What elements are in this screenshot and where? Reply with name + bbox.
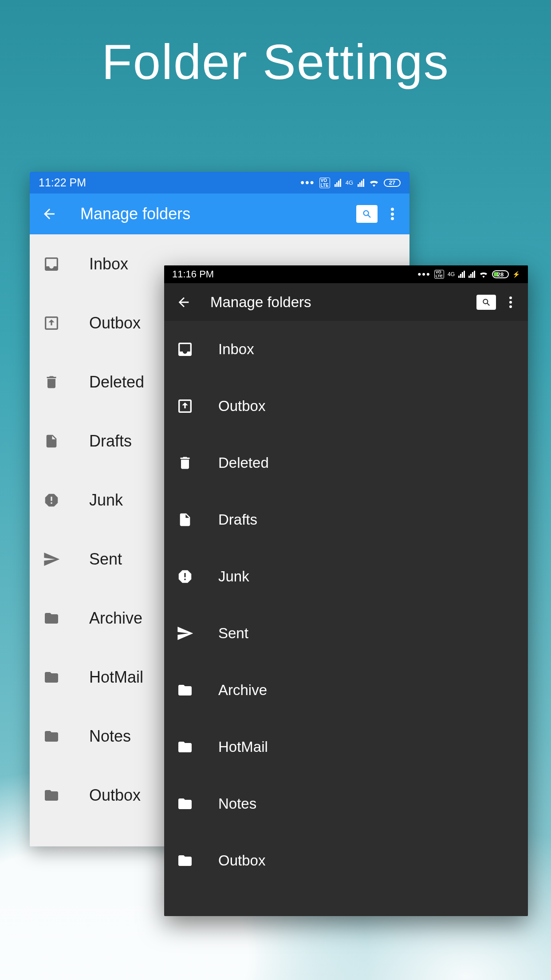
folder-item-inbox[interactable]: Inbox bbox=[164, 321, 528, 378]
folder-label: Deleted bbox=[89, 373, 144, 391]
status-bar-light: 11:22 PM ••• VOLTE 4G 27 bbox=[30, 172, 409, 194]
status-icons: ••• VOLTE 4G 27 bbox=[300, 176, 401, 189]
app-bar-light: Manage folders bbox=[30, 194, 409, 234]
folder-label: Inbox bbox=[89, 255, 128, 273]
folder-item-outbox[interactable]: Outbox bbox=[164, 832, 528, 889]
folder-item-deleted[interactable]: Deleted bbox=[164, 435, 528, 491]
folder-label: Outbox bbox=[218, 398, 265, 415]
folder-label: Sent bbox=[218, 625, 248, 642]
more-dots-icon: ••• bbox=[300, 176, 315, 189]
search-folders-button[interactable] bbox=[476, 295, 496, 310]
volte-icon: VOLTE bbox=[319, 178, 330, 188]
folder-label: Deleted bbox=[218, 454, 269, 471]
junk-icon bbox=[175, 568, 195, 585]
back-button[interactable] bbox=[40, 205, 58, 223]
more-menu-button[interactable] bbox=[509, 294, 514, 310]
trash-icon bbox=[40, 373, 63, 391]
trash-icon bbox=[175, 454, 195, 472]
file-icon bbox=[40, 432, 63, 450]
battery-icon: 27 bbox=[384, 179, 401, 187]
status-bar-dark: 11:16 PM ••• VOLTE 4G 28 ⚡ bbox=[164, 265, 528, 283]
svg-line-1 bbox=[368, 215, 370, 217]
page-title: Folder Settings bbox=[0, 33, 551, 91]
folder-item-notes[interactable]: Notes bbox=[164, 775, 528, 832]
folder-label: HotMail bbox=[218, 739, 268, 755]
folder-icon bbox=[40, 669, 63, 685]
folder-item-junk[interactable]: Junk bbox=[164, 548, 528, 605]
outbox-icon bbox=[175, 397, 195, 415]
folder-search-icon bbox=[362, 209, 372, 219]
folder-label: Notes bbox=[218, 795, 256, 812]
folder-label: Archive bbox=[218, 682, 267, 699]
inbox-icon bbox=[40, 255, 63, 273]
folders-list-dark: InboxOutboxDeletedDraftsJunkSentArchiveH… bbox=[164, 321, 528, 889]
arrow-left-icon bbox=[41, 206, 57, 222]
folder-item-sent[interactable]: Sent bbox=[164, 605, 528, 662]
charging-icon: ⚡ bbox=[512, 271, 520, 278]
junk-icon bbox=[40, 492, 63, 509]
volte-icon: VOLTE bbox=[434, 270, 444, 279]
folder-item-outbox[interactable]: Outbox bbox=[164, 378, 528, 435]
sent-icon bbox=[175, 624, 195, 642]
signal-icon-2 bbox=[358, 179, 364, 187]
network-label: 4G bbox=[346, 179, 353, 186]
folder-label: Drafts bbox=[89, 432, 132, 450]
outbox-icon bbox=[40, 314, 63, 332]
folder-icon bbox=[175, 682, 195, 698]
folder-label: Junk bbox=[89, 491, 123, 510]
folder-label: Drafts bbox=[218, 511, 257, 528]
search-folders-button[interactable] bbox=[356, 205, 378, 223]
folder-icon bbox=[175, 796, 195, 812]
status-time: 11:16 PM bbox=[172, 269, 214, 280]
back-button[interactable] bbox=[175, 293, 193, 311]
svg-line-3 bbox=[488, 303, 489, 305]
wifi-icon bbox=[369, 179, 379, 187]
folder-icon bbox=[40, 728, 63, 744]
appbar-title: Manage folders bbox=[80, 205, 190, 223]
folder-label: Notes bbox=[89, 727, 131, 746]
folder-item-hotmail[interactable]: HotMail bbox=[164, 719, 528, 775]
signal-icon-2 bbox=[468, 271, 475, 278]
sent-icon bbox=[40, 550, 63, 568]
app-bar-dark: Manage folders bbox=[164, 283, 528, 321]
folder-label: Archive bbox=[89, 609, 142, 628]
appbar-title: Manage folders bbox=[210, 294, 311, 311]
phone-dark: 11:16 PM ••• VOLTE 4G 28 ⚡ Manage folder… bbox=[164, 265, 528, 916]
folder-label: Outbox bbox=[89, 786, 141, 805]
folder-label: Sent bbox=[89, 550, 122, 569]
inbox-icon bbox=[175, 340, 195, 358]
arrow-left-icon bbox=[176, 295, 191, 310]
folder-icon bbox=[175, 853, 195, 869]
folder-icon bbox=[175, 739, 195, 755]
promo-background: Folder Settings 11:22 PM ••• VOLTE 4G 27… bbox=[0, 0, 551, 980]
folder-item-drafts[interactable]: Drafts bbox=[164, 491, 528, 548]
folder-item-archive[interactable]: Archive bbox=[164, 662, 528, 719]
more-menu-button[interactable] bbox=[391, 205, 396, 223]
folder-search-icon bbox=[482, 298, 491, 307]
folder-label: Outbox bbox=[218, 852, 265, 869]
folder-icon bbox=[40, 610, 63, 626]
folder-label: Junk bbox=[218, 568, 249, 585]
folder-label: HotMail bbox=[89, 668, 143, 687]
folder-label: Inbox bbox=[218, 341, 254, 358]
network-label: 4G bbox=[448, 271, 455, 277]
signal-icon bbox=[335, 179, 341, 187]
folder-label: Outbox bbox=[89, 314, 141, 332]
wifi-icon bbox=[479, 271, 488, 278]
file-icon bbox=[175, 511, 195, 529]
signal-icon bbox=[458, 271, 465, 278]
status-icons: ••• VOLTE 4G 28 ⚡ bbox=[418, 269, 520, 280]
more-dots-icon: ••• bbox=[418, 269, 431, 280]
status-time: 11:22 PM bbox=[39, 176, 86, 189]
folder-icon bbox=[40, 787, 63, 803]
battery-icon: 28 bbox=[492, 270, 509, 278]
